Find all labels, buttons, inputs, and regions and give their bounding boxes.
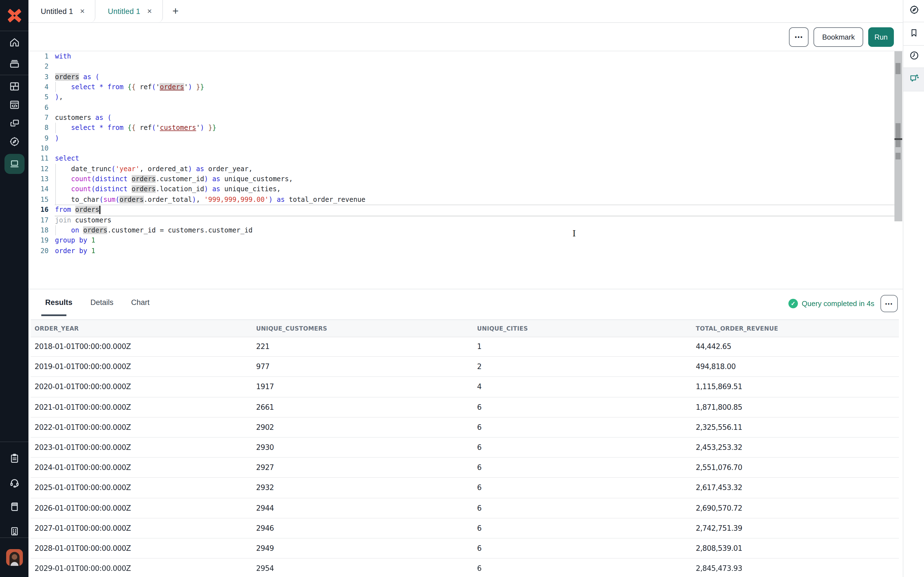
editor-scrollbar[interactable] xyxy=(895,51,902,221)
table-cell[interactable]: 6 xyxy=(477,478,481,498)
table-cell[interactable]: 2,617,453.32 xyxy=(696,478,742,498)
new-tab-button[interactable]: + xyxy=(163,0,188,22)
table-cell[interactable]: 2028-01-01T00:00:00.000Z xyxy=(35,538,131,558)
table-cell[interactable]: 44,442.65 xyxy=(696,337,731,356)
rail-item-ai-chat[interactable] xyxy=(903,68,924,92)
table-cell[interactable]: 6 xyxy=(477,498,481,517)
column-header[interactable]: UNIQUE_CUSTOMERS xyxy=(256,320,327,337)
table-cell[interactable]: 2,845,473.93 xyxy=(696,559,742,577)
sidebar-item-notebook-active[interactable] xyxy=(4,154,24,174)
table-body[interactable]: 2018-01-01T00:00:00.000Z221144,442.65201… xyxy=(31,337,899,577)
table-cell[interactable]: 2661 xyxy=(256,397,274,417)
table-row[interactable]: 2029-01-01T00:00:00.000Z295462,845,473.9… xyxy=(31,559,899,577)
table-cell[interactable]: 6 xyxy=(477,458,481,477)
tab-untitled-1[interactable]: Untitled 1 ✕ xyxy=(29,0,96,22)
bookmark-button[interactable]: Bookmark xyxy=(814,27,863,47)
code-line[interactable]: 17join customers xyxy=(29,215,903,225)
table-cell[interactable]: 1917 xyxy=(256,377,274,396)
code-line[interactable]: 15 to_char(sum(orders.order_total), '999… xyxy=(29,195,903,205)
table-row[interactable]: 2021-01-01T00:00:00.000Z266161,871,800.8… xyxy=(31,397,899,417)
table-cell[interactable]: 1 xyxy=(477,337,481,356)
table-row[interactable]: 2018-01-01T00:00:00.000Z221144,442.65 xyxy=(31,337,899,357)
sidebar-item-projects[interactable] xyxy=(0,52,29,75)
table-cell[interactable]: 977 xyxy=(256,357,270,376)
column-header[interactable]: UNIQUE_CITIES xyxy=(477,320,528,337)
code-line[interactable]: 10 xyxy=(29,143,903,153)
more-options-button[interactable]: ••• xyxy=(789,27,809,47)
sidebar-item-code[interactable] xyxy=(0,95,29,114)
table-cell[interactable]: 2020-01-01T00:00:00.000Z xyxy=(35,377,131,396)
results-more-button[interactable]: ••• xyxy=(880,295,898,312)
table-cell[interactable]: 2,551,076.70 xyxy=(696,458,742,477)
table-cell[interactable]: 2019-01-01T00:00:00.000Z xyxy=(35,357,131,376)
table-cell[interactable]: 2,808,539.01 xyxy=(696,538,742,558)
table-cell[interactable]: 2024-01-01T00:00:00.000Z xyxy=(35,458,131,477)
tab-chart[interactable]: Chart xyxy=(131,289,150,316)
table-row[interactable]: 2023-01-01T00:00:00.000Z293062,453,253.3… xyxy=(31,438,899,458)
table-cell[interactable]: 2026-01-01T00:00:00.000Z xyxy=(35,498,131,517)
table-cell[interactable]: 2021-01-01T00:00:00.000Z xyxy=(35,397,131,417)
code-line[interactable]: 5), xyxy=(29,92,903,103)
sidebar-item-apps[interactable] xyxy=(0,114,29,132)
run-button[interactable]: Run xyxy=(868,27,894,47)
hex-logo[interactable] xyxy=(0,0,29,31)
table-cell[interactable]: 2902 xyxy=(256,417,274,437)
table-cell[interactable]: 2022-01-01T00:00:00.000Z xyxy=(35,417,131,437)
table-cell[interactable]: 2954 xyxy=(256,559,274,577)
sidebar-item-templates[interactable] xyxy=(0,448,29,469)
table-cell[interactable]: 2 xyxy=(477,357,481,376)
code-line[interactable]: 4 select * from {{ ref('orders') }} xyxy=(29,82,903,92)
table-row[interactable]: 2022-01-01T00:00:00.000Z290262,325,556.1… xyxy=(31,417,899,438)
table-row[interactable]: 2019-01-01T00:00:00.000Z9772494,818.00 xyxy=(31,357,899,377)
close-icon[interactable]: ✕ xyxy=(146,6,153,16)
column-header[interactable]: ORDER_YEAR xyxy=(35,320,79,337)
code-line[interactable]: 11select xyxy=(29,153,903,164)
sidebar-item-organization[interactable] xyxy=(0,521,29,542)
table-cell[interactable]: 6 xyxy=(477,417,481,437)
table-row[interactable]: 2020-01-01T00:00:00.000Z191741,115,869.5… xyxy=(31,377,899,397)
table-cell[interactable]: 2027-01-01T00:00:00.000Z xyxy=(35,518,131,538)
table-cell[interactable]: 1,871,800.85 xyxy=(696,397,742,417)
tab-details[interactable]: Details xyxy=(90,289,113,316)
sql-editor[interactable]: 1with23orders as (4 select * from {{ ref… xyxy=(29,51,903,289)
code-line[interactable]: 6 xyxy=(29,102,903,113)
sidebar-item-support[interactable] xyxy=(0,472,29,493)
code-line[interactable]: 18 on orders.customer_id = customers.cus… xyxy=(29,225,903,235)
code-line[interactable]: 14 count(distinct orders.location_id) as… xyxy=(29,184,903,195)
user-avatar[interactable] xyxy=(0,549,29,566)
sidebar-item-explore[interactable] xyxy=(0,132,29,150)
close-icon[interactable]: ✕ xyxy=(79,6,86,16)
code-line[interactable]: 3orders as ( xyxy=(29,72,903,82)
table-cell[interactable]: 494,818.00 xyxy=(696,357,736,376)
code-line[interactable]: 9) xyxy=(29,133,903,143)
tab-untitled-2[interactable]: Untitled 1 ✕ xyxy=(96,0,163,22)
tab-results[interactable]: Results xyxy=(45,289,73,316)
sidebar-item-home[interactable] xyxy=(0,31,29,53)
table-cell[interactable]: 6 xyxy=(477,538,481,558)
table-cell[interactable]: 2029-01-01T00:00:00.000Z xyxy=(35,559,131,577)
table-cell[interactable]: 221 xyxy=(256,337,270,356)
code-line[interactable]: 2 xyxy=(29,61,903,72)
column-header[interactable]: TOTAL_ORDER_REVENUE xyxy=(696,320,778,337)
table-cell[interactable]: 1,115,869.51 xyxy=(696,377,742,396)
table-cell[interactable]: 2946 xyxy=(256,518,274,538)
sidebar-item-docs[interactable] xyxy=(0,496,29,517)
code-line[interactable]: 12 date_trunc('year', ordered_at) as ord… xyxy=(29,164,903,174)
table-row[interactable]: 2027-01-01T00:00:00.000Z294662,742,751.3… xyxy=(31,518,899,538)
rail-item-history[interactable] xyxy=(903,46,924,68)
table-cell[interactable]: 2,690,570.72 xyxy=(696,498,742,517)
code-line[interactable]: 8 select * from {{ ref('customers') }} xyxy=(29,123,903,133)
table-cell[interactable]: 2,742,751.39 xyxy=(696,518,742,538)
table-cell[interactable]: 6 xyxy=(477,397,481,417)
sidebar-item-dashboards[interactable] xyxy=(0,77,29,95)
table-cell[interactable]: 2932 xyxy=(256,478,274,498)
table-cell[interactable]: 2018-01-01T00:00:00.000Z xyxy=(35,337,131,356)
table-cell[interactable]: 2,453,253.32 xyxy=(696,438,742,457)
table-cell[interactable]: 6 xyxy=(477,438,481,457)
table-cell[interactable]: 2025-01-01T00:00:00.000Z xyxy=(35,478,131,498)
rail-item-explore[interactable] xyxy=(903,0,924,22)
rail-item-bookmarks[interactable] xyxy=(903,22,924,46)
table-cell[interactable]: 2949 xyxy=(256,538,274,558)
table-cell[interactable]: 2927 xyxy=(256,458,274,477)
table-cell[interactable]: 2,325,556.11 xyxy=(696,417,742,437)
